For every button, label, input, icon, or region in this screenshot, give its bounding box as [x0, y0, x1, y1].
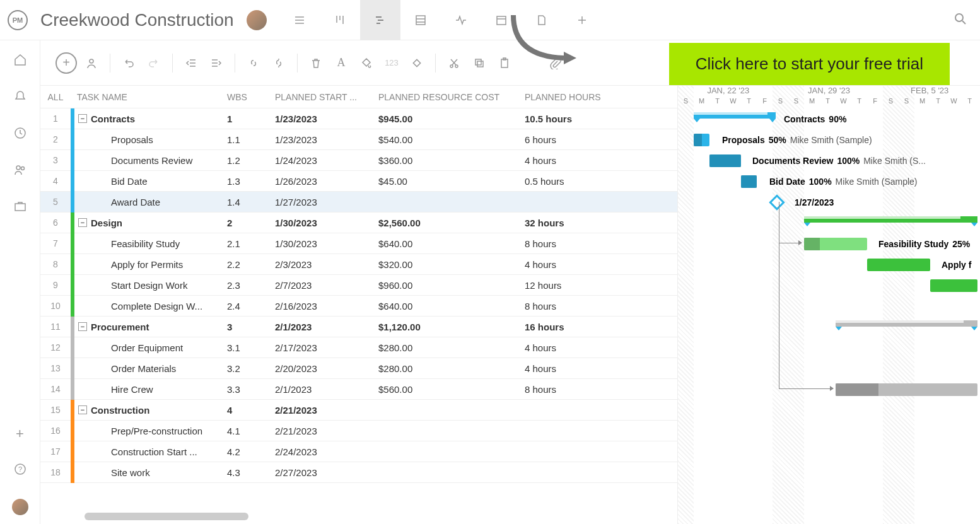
gantt-lane[interactable]: Bid Date100%Mike Smith (Sample)	[678, 171, 980, 192]
hours-cell[interactable]: 8 hours	[525, 384, 626, 395]
start-cell[interactable]: 1/30/2023	[275, 218, 378, 228]
cost-cell[interactable]: $640.00	[378, 238, 525, 249]
list-view-icon[interactable]	[279, 0, 320, 40]
task-name-cell[interactable]: −Procurement	[74, 322, 227, 332]
collapse-icon[interactable]: −	[78, 405, 87, 414]
user-avatar[interactable]	[12, 499, 28, 515]
cost-cell[interactable]: $320.00	[378, 259, 525, 270]
gantt-bar[interactable]	[694, 134, 709, 146]
table-row[interactable]: 3Documents Review1.21/24/2023$360.004 ho…	[40, 150, 677, 171]
gantt-lane[interactable]: Proposals50%Mike Smith (Sample)	[678, 129, 980, 150]
gantt-bar[interactable]	[836, 383, 977, 396]
gantt-bar[interactable]	[741, 175, 757, 188]
paste-icon[interactable]	[494, 52, 515, 74]
help-icon[interactable]: ?	[13, 462, 27, 479]
wbs-cell[interactable]: 3.1	[227, 342, 275, 353]
wbs-cell[interactable]: 4.2	[227, 446, 275, 457]
wbs-cell[interactable]: 1	[227, 114, 275, 124]
wbs-cell[interactable]: 1.1	[227, 134, 275, 145]
activity-view-icon[interactable]	[441, 0, 481, 40]
start-cell[interactable]: 1/27/2023	[275, 197, 378, 207]
col-hours[interactable]: PLANNED HOURS	[525, 92, 626, 102]
cut-icon[interactable]	[443, 52, 465, 74]
wbs-cell[interactable]: 2	[227, 218, 275, 228]
table-row[interactable]: 16Prep/Pre-construction4.12/21/2023	[40, 421, 677, 441]
task-name-cell[interactable]: Feasibility Study	[74, 238, 227, 249]
avatar[interactable]	[247, 10, 267, 30]
gantt-lane[interactable]: Contracts90%	[678, 108, 980, 129]
wbs-cell[interactable]: 1.2	[227, 155, 275, 166]
cost-cell[interactable]: $2,560.00	[378, 218, 525, 228]
start-cell[interactable]: 1/23/2023	[275, 114, 378, 124]
wbs-cell[interactable]: 1.3	[227, 176, 275, 187]
wbs-cell[interactable]: 3.3	[227, 384, 275, 395]
start-cell[interactable]: 1/24/2023	[275, 155, 378, 166]
start-cell[interactable]: 2/21/2023	[275, 426, 378, 436]
notifications-icon[interactable]	[13, 90, 27, 106]
col-wbs[interactable]: WBS	[227, 92, 275, 102]
cost-cell[interactable]: $1,120.00	[378, 322, 525, 332]
time-icon[interactable]	[13, 126, 27, 143]
hours-cell[interactable]: 4 hours	[525, 155, 626, 166]
milestone-icon[interactable]	[406, 52, 428, 74]
hours-cell[interactable]: 32 hours	[525, 218, 626, 228]
task-name-cell[interactable]: Proposals	[74, 134, 227, 145]
table-row[interactable]: 4Bid Date1.31/26/2023$45.000.5 hours	[40, 171, 677, 192]
col-cost[interactable]: PLANNED RESOURCE COST	[378, 92, 525, 102]
start-cell[interactable]: 2/27/2023	[275, 467, 378, 478]
col-name[interactable]: TASK NAME	[71, 92, 227, 102]
outdent-icon[interactable]	[180, 52, 202, 74]
delete-icon[interactable]	[305, 52, 327, 74]
start-cell[interactable]: 1/30/2023	[275, 238, 378, 249]
cost-cell[interactable]: $960.00	[378, 280, 525, 291]
task-name-cell[interactable]: Documents Review	[74, 155, 227, 166]
gantt-lane[interactable]	[678, 379, 980, 400]
link-icon[interactable]	[243, 52, 264, 74]
hours-cell[interactable]: 0.5 hours	[525, 176, 626, 187]
start-cell[interactable]: 2/16/2023	[275, 301, 378, 311]
add-icon[interactable]: +	[16, 426, 24, 442]
start-cell[interactable]: 2/1/2023	[275, 384, 378, 395]
table-row[interactable]: 6−Design21/30/2023$2,560.0032 hours	[40, 213, 677, 233]
redo-icon[interactable]	[143, 52, 165, 74]
file-view-icon[interactable]	[522, 0, 562, 40]
table-row[interactable]: 11−Procurement32/1/2023$1,120.0016 hours	[40, 317, 677, 337]
task-name-cell[interactable]: Order Materials	[74, 363, 227, 374]
wbs-cell[interactable]: 2.4	[227, 301, 275, 311]
table-row[interactable]: 17Construction Start ...4.22/24/2023	[40, 441, 677, 462]
portfolio-icon[interactable]	[13, 199, 27, 216]
cost-cell[interactable]: $360.00	[378, 155, 525, 166]
fill-icon[interactable]	[356, 52, 377, 74]
gantt-bar[interactable]	[867, 259, 930, 271]
hours-cell[interactable]: 8 hours	[525, 238, 626, 249]
cost-cell[interactable]: $540.00	[378, 134, 525, 145]
hours-cell[interactable]: 4 hours	[525, 363, 626, 374]
cost-cell[interactable]: $45.00	[378, 176, 525, 187]
table-row[interactable]: 15−Construction42/21/2023	[40, 400, 677, 421]
wbs-cell[interactable]: 3	[227, 322, 275, 332]
hours-cell[interactable]: 6 hours	[525, 134, 626, 145]
number-icon[interactable]: 123	[381, 52, 402, 74]
task-name-cell[interactable]: Prep/Pre-construction	[74, 426, 227, 436]
task-name-cell[interactable]: Award Date	[74, 197, 227, 207]
table-row[interactable]: 2Proposals1.11/23/2023$540.006 hours	[40, 129, 677, 150]
wbs-cell[interactable]: 4.1	[227, 426, 275, 436]
gantt-bar[interactable]	[709, 154, 741, 167]
hours-cell[interactable]: 12 hours	[525, 280, 626, 291]
unlink-icon[interactable]	[268, 52, 289, 74]
table-row[interactable]: 13Order Materials3.22/20/2023$280.004 ho…	[40, 358, 677, 379]
table-row[interactable]: 5Award Date1.41/27/2023	[40, 192, 677, 213]
text-color-icon[interactable]: A	[330, 52, 352, 74]
assign-icon[interactable]	[81, 52, 102, 74]
collapse-icon[interactable]: −	[78, 218, 87, 227]
start-cell[interactable]: 2/1/2023	[275, 322, 378, 332]
table-row[interactable]: 12Order Equipment3.12/17/2023$280.004 ho…	[40, 337, 677, 358]
cost-cell[interactable]: $945.00	[378, 114, 525, 124]
horizontal-scrollbar[interactable]	[85, 513, 248, 520]
collapse-icon[interactable]: −	[78, 322, 87, 331]
cost-cell[interactable]: $280.00	[378, 363, 525, 374]
gantt-summary-bar[interactable]	[836, 320, 977, 327]
gantt-lane[interactable]: Documents Review100%Mike Smith (S...	[678, 150, 980, 171]
task-name-cell[interactable]: Apply for Permits	[74, 259, 227, 270]
hours-cell[interactable]: 4 hours	[525, 259, 626, 270]
